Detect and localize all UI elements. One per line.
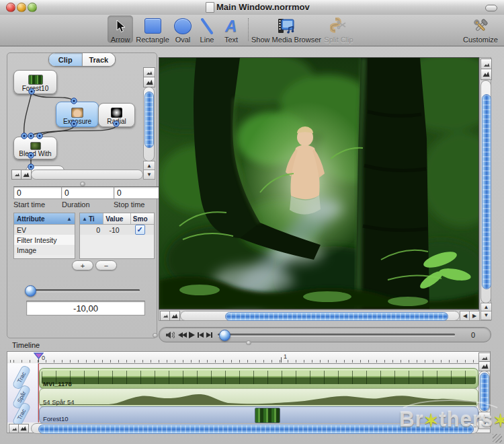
preview-scroll-right-arrow[interactable]: ▶: [469, 311, 480, 321]
value-slider-knob[interactable]: [25, 285, 36, 297]
node-ports: [7, 66, 143, 174]
attribute-table: Attribute ▲ EV Filter Intesity Image: [13, 213, 75, 259]
keyframe-value: -10: [100, 226, 128, 234]
line-tool-button[interactable]: Line: [194, 16, 220, 44]
playhead-marker[interactable]: [34, 353, 44, 359]
smooth-checkbox[interactable]: ✓: [135, 225, 145, 235]
preview-vertical-scrollbar[interactable]: ▲ ▼: [479, 57, 491, 321]
close-button[interactable]: [6, 3, 15, 12]
playback-slider-track[interactable]: [218, 334, 455, 336]
start-time-label: Start time: [13, 200, 45, 209]
graph-horizontal-scrollbar[interactable]: [31, 170, 143, 180]
preview-vscroll-thumb[interactable]: [482, 94, 491, 289]
minimize-button[interactable]: [17, 3, 26, 12]
panel-resize-grip[interactable]: [153, 333, 158, 338]
timeline-vertical-scrollbar[interactable]: [478, 371, 490, 412]
timeline-vscroll-thumb[interactable]: [480, 373, 489, 411]
clip-forest10[interactable]: Forest10: [39, 406, 478, 424]
rectangle-tool-button[interactable]: Rectangle: [133, 16, 172, 44]
time-column-header[interactable]: ▲ Ti: [80, 213, 103, 224]
title-bar[interactable]: Main Window.norrmov: [0, 0, 504, 15]
clip-54-spar-54[interactable]: 54 Spår 54: [39, 388, 478, 407]
rectangle-icon: [144, 16, 161, 36]
star-icon: ✶: [493, 410, 504, 431]
graph-zoom-in-button[interactable]: [143, 77, 155, 87]
audio-waveform: [40, 389, 476, 405]
playback-position: 0: [462, 331, 485, 339]
split-clip-icon: [330, 16, 347, 36]
graph-hzoom-in-button[interactable]: [21, 170, 32, 180]
zoom-button[interactable]: [28, 3, 37, 12]
preview-scroll-down-arrow[interactable]: ▼: [480, 311, 492, 320]
value-slider-track[interactable]: [27, 289, 140, 291]
step-back-button[interactable]: [198, 332, 204, 338]
attribute-row-filter-intensity[interactable]: Filter Intesity: [14, 235, 75, 245]
tab-track[interactable]: Track: [82, 53, 116, 66]
preview-hscroll-thumb[interactable]: [225, 312, 448, 321]
timeline-splitter-handle[interactable]: [246, 340, 251, 345]
arrow-tool-button[interactable]: Arrow: [108, 16, 133, 44]
window-resize-grip[interactable]: [493, 434, 502, 443]
preview-vscroll-track[interactable]: [480, 80, 491, 303]
preview-hscroll-track[interactable]: [180, 311, 460, 321]
media-browser-icon: [277, 16, 296, 36]
splitter-handle[interactable]: [80, 182, 85, 186]
timeline-label: Timeline: [12, 341, 40, 349]
timeline-hzoom-in-button[interactable]: [18, 424, 29, 433]
oval-icon: [174, 16, 192, 36]
playback-slider-knob[interactable]: [219, 330, 230, 341]
text-tool-button[interactable]: A Text: [218, 16, 245, 44]
customize-icon: [472, 16, 489, 36]
smooth-column-header[interactable]: Smo: [130, 213, 154, 224]
graph-vscroll-thumb[interactable]: [144, 91, 154, 148]
add-keyframe-button[interactable]: +: [72, 260, 93, 270]
show-media-browser-button[interactable]: Show Media Browser: [252, 16, 321, 44]
clip-mvi-1178[interactable]: MVI_1178: [39, 368, 478, 389]
playback-slider[interactable]: [218, 330, 462, 340]
tab-clip[interactable]: Clip: [49, 53, 82, 66]
timeline-vzoom-in-button[interactable]: [478, 361, 491, 371]
keyframe-time: 0: [80, 226, 100, 234]
timeline-horizontal-scrollbar[interactable]: [31, 423, 478, 434]
playhead-line[interactable]: [38, 363, 39, 422]
keyframe-row[interactable]: 0 -10 ✓: [80, 225, 154, 235]
value-column-header[interactable]: Value: [103, 213, 130, 224]
line-icon: [200, 16, 214, 36]
clip-label: MVI_1178: [43, 380, 72, 387]
oval-tool-button[interactable]: Oval: [169, 16, 196, 44]
value-field[interactable]: -10,00: [26, 301, 145, 316]
sort-asc-icon: ▲: [67, 216, 72, 222]
preview-hzoom-in-button[interactable]: [169, 311, 180, 321]
toolbar-toggle-button[interactable]: [485, 5, 497, 11]
attribute-row-image[interactable]: Image: [14, 245, 75, 255]
ruler-label-1: 1: [284, 353, 287, 360]
clip-track-tabs: Clip Track: [48, 52, 116, 67]
timeline-ruler[interactable]: 0 1: [7, 352, 478, 364]
preview-horizontal-scrollbar[interactable]: ◀ ▶: [159, 309, 479, 321]
timeline-hscroll-thumb[interactable]: [38, 424, 474, 434]
toolbar: Arrow Rectangle Oval Line A Text: [0, 15, 504, 46]
attribute-row-ev[interactable]: EV: [14, 225, 75, 235]
start-time-field[interactable]: 0: [13, 186, 62, 199]
ruler-ticks: [7, 360, 478, 363]
preview-zoom-in-button[interactable]: [480, 69, 492, 80]
attribute-column-header[interactable]: Attribute ▲: [14, 213, 75, 225]
customize-button[interactable]: Customize: [461, 16, 500, 44]
app-window: Main Window.norrmov Arrow Rectangle Oval…: [0, 0, 504, 444]
step-forward-button[interactable]: [206, 332, 212, 338]
remove-keyframe-button[interactable]: −: [95, 260, 117, 270]
arrow-cursor-icon: [115, 16, 126, 36]
rewind-button[interactable]: [178, 332, 187, 338]
duration-field[interactable]: 0: [61, 186, 115, 199]
transport-bar: 0: [159, 327, 491, 342]
stop-time-field[interactable]: 0: [114, 186, 160, 199]
play-button[interactable]: [188, 331, 196, 339]
graph-vertical-scrollbar[interactable]: [143, 87, 155, 161]
graph-scroll-down-arrow[interactable]: ▼: [143, 170, 155, 180]
filmstrip-thumbnails: [42, 371, 476, 384]
speaker-icon[interactable]: [165, 331, 175, 339]
split-clip-button[interactable]: Split Clip: [321, 16, 356, 44]
forest-preview-image: [159, 58, 478, 309]
timeline-scroll-down-arrow[interactable]: ▼: [478, 420, 491, 429]
preview-canvas[interactable]: [159, 57, 479, 309]
